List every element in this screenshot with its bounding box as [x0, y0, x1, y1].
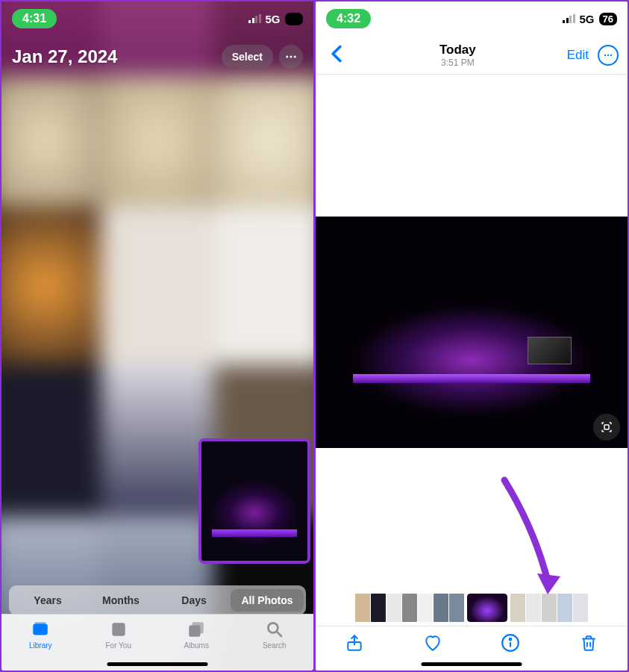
svg-rect-5 — [112, 623, 125, 635]
svg-rect-3 — [34, 623, 48, 635]
tab-search-label: Search — [263, 641, 287, 650]
tab-search[interactable]: Search — [236, 615, 314, 671]
home-indicator[interactable] — [422, 662, 522, 666]
network-label: 5G — [580, 13, 595, 25]
svg-point-19 — [510, 638, 512, 641]
more-icon — [603, 50, 613, 60]
segment-months[interactable]: Months — [84, 589, 157, 612]
status-time: 4:31 — [12, 9, 57, 28]
date-title: Jan 27, 2024 — [12, 46, 117, 67]
photo-grid[interactable]: Jan 27, 2024 Select Years Months Days Al… — [1, 1, 313, 671]
more-button[interactable] — [279, 45, 303, 69]
tab-library-label: Library — [29, 641, 52, 650]
back-chevron-icon — [331, 45, 342, 63]
status-bar: 4:31 5G 76 — [1, 1, 313, 36]
library-icon — [31, 620, 50, 639]
signal-icon — [563, 14, 575, 23]
svg-point-12 — [610, 54, 612, 55]
nav-title-sub: 3:51 PM — [439, 57, 476, 68]
library-screen: 4:31 5G 76 — [1, 1, 313, 671]
home-indicator[interactable] — [107, 662, 208, 666]
albums-icon — [187, 620, 206, 639]
svg-rect-14 — [604, 425, 609, 429]
favorite-button[interactable] — [417, 627, 448, 661]
svg-point-1 — [290, 56, 292, 58]
nav-title-main: Today — [439, 43, 476, 57]
back-button[interactable] — [325, 39, 348, 71]
lens-icon — [600, 420, 613, 434]
svg-point-11 — [607, 54, 609, 55]
svg-point-10 — [604, 54, 606, 55]
select-button[interactable]: Select — [222, 45, 273, 69]
share-icon — [345, 633, 364, 653]
status-time: 4:32 — [326, 9, 371, 28]
photo-content — [316, 217, 628, 448]
thumb-current[interactable] — [467, 594, 507, 622]
info-icon — [501, 633, 520, 653]
tab-albums-label: Albums — [184, 641, 209, 650]
photo-detail-screen: 4:32 5G 76 Today 3:51 PM Edit — [316, 1, 628, 671]
library-header: Jan 27, 2024 Select — [1, 45, 313, 69]
heart-icon — [423, 633, 442, 653]
status-indicators: 5G 76 — [248, 13, 303, 25]
thumb-group-next[interactable] — [510, 594, 588, 622]
thumb-group-prev[interactable] — [355, 594, 464, 622]
segment-all-photos[interactable]: All Photos — [231, 589, 304, 612]
delete-button[interactable] — [573, 627, 604, 661]
svg-point-2 — [294, 56, 296, 58]
blurred-thumbnails — [1, 1, 313, 671]
svg-rect-7 — [193, 622, 204, 633]
trash-icon — [579, 633, 598, 653]
svg-point-0 — [286, 56, 288, 58]
foryou-icon — [109, 620, 128, 639]
info-button[interactable] — [495, 627, 526, 661]
signal-icon — [248, 14, 261, 23]
search-icon — [265, 620, 284, 639]
nav-bar: Today 3:51 PM Edit — [316, 36, 628, 75]
view-segment-control: Years Months Days All Photos — [9, 585, 306, 615]
status-bar: 4:32 5G 76 — [316, 1, 628, 36]
highlighted-thumbnail[interactable] — [198, 438, 310, 564]
segment-years[interactable]: Years — [11, 589, 84, 612]
more-icon — [284, 50, 298, 63]
live-text-button[interactable] — [593, 414, 620, 441]
nav-title: Today 3:51 PM — [439, 43, 476, 68]
network-label: 5G — [266, 13, 281, 25]
tab-foryou-label: For You — [106, 641, 131, 650]
status-indicators: 5G 76 — [563, 13, 617, 25]
edit-button[interactable]: Edit — [567, 48, 589, 63]
svg-line-9 — [277, 632, 282, 637]
filmstrip[interactable] — [316, 590, 628, 626]
svg-rect-4 — [35, 622, 46, 624]
segment-days[interactable]: Days — [157, 589, 231, 612]
svg-point-8 — [268, 623, 278, 632]
battery-badge: 76 — [285, 13, 303, 25]
more-button[interactable] — [598, 45, 619, 66]
tab-library[interactable]: Library — [1, 615, 80, 671]
battery-badge: 76 — [599, 13, 617, 25]
share-button[interactable] — [339, 627, 370, 661]
photo-view[interactable] — [316, 75, 628, 590]
